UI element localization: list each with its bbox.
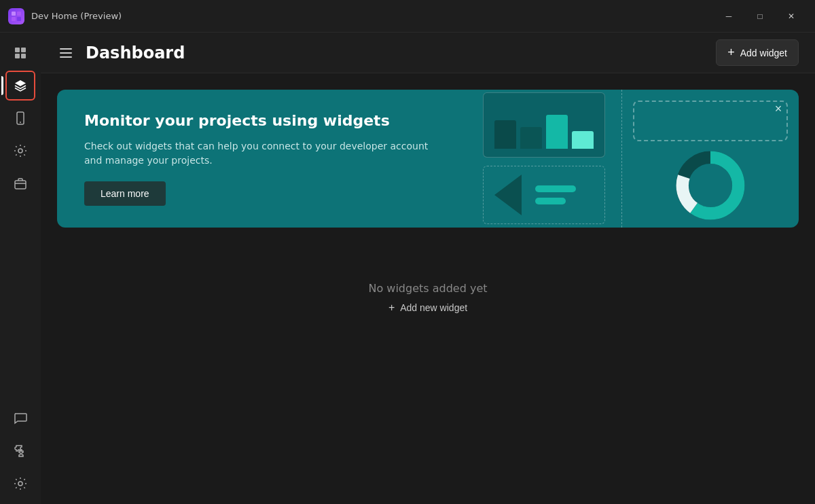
banner-illustration (466, 90, 799, 228)
maximize-button[interactable]: □ (744, 5, 776, 27)
learn-more-button[interactable]: Learn more (84, 181, 166, 206)
hamburger-line-1 (60, 48, 72, 50)
hamburger-button[interactable] (57, 46, 75, 60)
app-title: Dev Home (Preview) (31, 11, 713, 21)
hamburger-line-3 (60, 56, 72, 58)
hamburger-line-2 (60, 52, 72, 54)
add-widget-label: Add widget (740, 48, 787, 58)
sidebar-item-machine[interactable] (5, 103, 35, 133)
plus-icon: + (727, 46, 735, 60)
no-widgets-area: No widgets added yet + Add new widget (57, 282, 799, 314)
banner-description: Check out widgets that can help you conn… (84, 139, 437, 168)
illus-right-panel (622, 90, 799, 228)
banner-card: Monitor your projects using widgets Chec… (57, 90, 799, 228)
bar-1 (494, 120, 516, 149)
briefcase-icon (14, 177, 27, 190)
main-layout: Dashboard + Add widget Monitor your proj… (0, 33, 815, 504)
svg-point-9 (20, 122, 21, 123)
puzzle-icon (14, 444, 27, 458)
settings-icon (14, 477, 27, 490)
svg-point-10 (18, 149, 22, 153)
svg-rect-11 (15, 181, 26, 189)
lines-group (535, 185, 576, 204)
svg-point-12 (18, 482, 22, 486)
illus-left-panel (466, 90, 622, 228)
close-button[interactable]: ✕ (776, 5, 807, 27)
header: Dashboard + Add widget (41, 33, 815, 73)
add-widget-button[interactable]: + Add widget (716, 39, 799, 66)
illus-bottom-right (633, 148, 788, 223)
add-new-widget-label: Add new widget (400, 302, 467, 313)
chat-icon (14, 412, 27, 425)
illus-line-1 (535, 185, 576, 192)
window-controls: ─ □ ✕ (713, 5, 807, 27)
sidebar-item-widgets[interactable] (5, 71, 35, 101)
gear-icon (14, 144, 27, 158)
svg-rect-3 (17, 17, 21, 21)
page-title: Dashboard (86, 43, 705, 62)
svg-rect-0 (12, 12, 16, 16)
banner-title: Monitor your projects using widgets (84, 111, 437, 131)
svg-rect-5 (21, 48, 26, 52)
add-new-widget-button[interactable]: + Add new widget (388, 302, 467, 314)
titlebar: Dev Home (Preview) ─ □ ✕ (0, 0, 815, 33)
svg-rect-7 (21, 54, 26, 58)
sidebar-item-dev-settings[interactable] (5, 136, 35, 166)
bar-2 (520, 127, 542, 149)
plus-icon-small: + (388, 302, 395, 314)
banner-content: Monitor your projects using widgets Chec… (84, 111, 437, 206)
sidebar-item-dashboard[interactable] (5, 38, 35, 68)
svg-rect-2 (12, 17, 16, 21)
bar-3 (546, 115, 568, 149)
no-widgets-text: No widgets added yet (368, 282, 487, 295)
sidebar-item-extensions2[interactable] (5, 436, 35, 466)
illus-top-right (633, 101, 788, 141)
svg-rect-6 (15, 54, 20, 58)
arrow-shape (494, 175, 522, 215)
donut-chart-illustration (673, 148, 748, 223)
phone-icon (14, 111, 27, 125)
content-area: Monitor your projects using widgets Chec… (41, 73, 815, 504)
minimize-button[interactable]: ─ (713, 5, 744, 27)
sidebar (0, 33, 41, 504)
svg-rect-4 (15, 48, 20, 52)
app-icon (8, 8, 24, 24)
illus-line-2 (535, 198, 566, 204)
sidebar-item-feedback[interactable] (5, 403, 35, 433)
sidebar-item-settings[interactable] (5, 469, 35, 499)
layers-icon (14, 79, 27, 92)
sidebar-item-extensions[interactable] (5, 168, 35, 198)
bar-4 (572, 131, 594, 149)
svg-rect-1 (17, 12, 21, 16)
grid-icon (14, 46, 27, 60)
bar-chart-illustration (494, 101, 594, 149)
content-wrapper: Dashboard + Add widget Monitor your proj… (41, 33, 815, 504)
